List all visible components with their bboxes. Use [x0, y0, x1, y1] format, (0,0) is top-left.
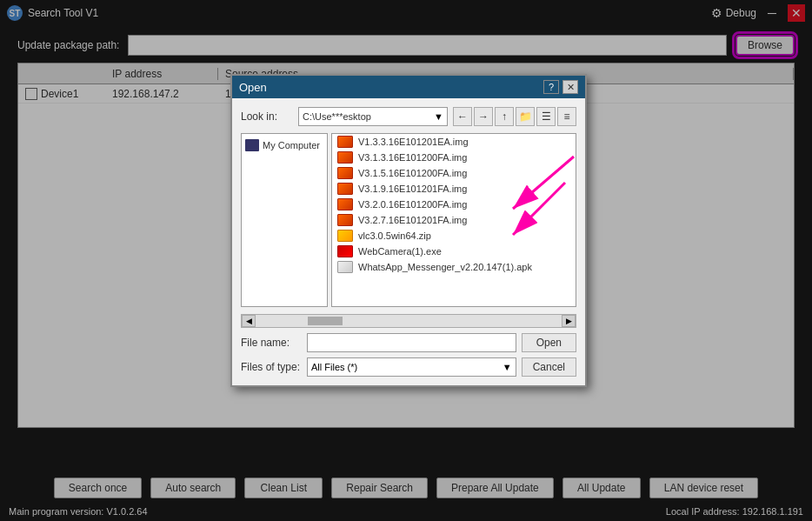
file-icon-img	[337, 167, 353, 179]
scroll-left-button[interactable]: ◀	[242, 315, 256, 327]
file-name: vlc3.0.5win64.zip	[358, 230, 431, 241]
dialog-title-controls: ? ✕	[543, 80, 578, 94]
file-icon-img	[337, 136, 353, 148]
look-in-row: Look in: C:\Use***esktop ▼ ← → ↑ 📁 ☰ ≡	[241, 107, 576, 126]
list-item[interactable]: V1.3.3.16E101201EA.img	[332, 134, 576, 150]
file-type-value: All Files (*)	[311, 362, 357, 372]
nav-forward-button[interactable]: →	[474, 107, 493, 126]
file-name-row: File name: Open	[241, 333, 576, 352]
file-name: WebCamera(1).exe	[358, 246, 442, 257]
file-name: V3.1.3.16E101200FA.img	[358, 152, 467, 163]
list-item[interactable]: vlc3.0.5win64.zip	[332, 228, 576, 244]
file-name-input[interactable]	[307, 333, 516, 352]
list-item[interactable]: V3.1.5.16E101200FA.img	[332, 165, 576, 181]
file-icon-img	[337, 183, 353, 195]
tree-item-label: My Computer	[263, 140, 320, 150]
file-name: V3.2.0.16E101200FA.img	[358, 199, 467, 210]
list-item[interactable]: V3.2.7.16E101201FA.img	[332, 212, 576, 228]
file-name: V3.1.5.16E101200FA.img	[358, 168, 467, 178]
file-list[interactable]: V1.3.3.16E101201EA.img V3.1.3.16E101200F…	[331, 133, 576, 307]
file-type-select[interactable]: All Files (*) ▼	[307, 357, 516, 377]
file-tree: My Computer	[241, 133, 328, 307]
scroll-thumb[interactable]	[308, 317, 343, 325]
file-browser: My Computer V1.3.3.16E101201EA.img V3.1.…	[241, 133, 576, 307]
list-item[interactable]: V3.2.0.16E101200FA.img	[332, 197, 576, 212]
nav-up-button[interactable]: ↑	[495, 107, 514, 126]
look-in-value: C:\Use***esktop	[303, 111, 371, 122]
dialog-title-bar: Open ? ✕	[232, 76, 585, 98]
open-dialog: Open ? ✕ Look in: C:\Use***esktop ▼ ← → …	[230, 74, 587, 387]
file-name: V3.1.9.16E101201FA.img	[358, 184, 467, 194]
file-type-chevron-icon: ▼	[503, 362, 512, 372]
list-item[interactable]: WhatsApp_Messenger_v2.20.147(1).apk	[332, 259, 576, 275]
file-name: WhatsApp_Messenger_v2.20.147(1).apk	[358, 262, 532, 272]
file-type-row: Files of type: All Files (*) ▼ Cancel	[241, 357, 576, 377]
file-icon-img	[337, 198, 353, 210]
exe-icon	[337, 245, 353, 257]
file-icon-img	[337, 214, 353, 226]
dialog-help-button[interactable]: ?	[543, 80, 559, 94]
file-icon-img	[337, 151, 353, 164]
nav-new-folder-button[interactable]: 📁	[516, 107, 535, 126]
scroll-right-button[interactable]: ▶	[562, 315, 576, 327]
list-item[interactable]: V3.1.9.16E101201FA.img	[332, 181, 576, 197]
nav-list-view-button[interactable]: ☰	[536, 107, 556, 126]
files-of-type-label: Files of type:	[241, 361, 302, 373]
list-item[interactable]: WebCamera(1).exe	[332, 244, 576, 259]
look-in-select[interactable]: C:\Use***esktop ▼	[298, 107, 448, 126]
file-name: V3.2.7.16E101201FA.img	[358, 215, 467, 225]
nav-buttons: ← → ↑ 📁 ☰ ≡	[453, 107, 576, 126]
list-item[interactable]: V3.1.3.16E101200FA.img	[332, 150, 576, 165]
file-name: V1.3.3.16E101201EA.img	[358, 137, 469, 147]
look-in-label: Look in:	[241, 110, 293, 123]
open-button[interactable]: Open	[522, 333, 576, 352]
zip-icon	[337, 230, 353, 242]
file-name-label: File name:	[241, 337, 302, 349]
dialog-body: Look in: C:\Use***esktop ▼ ← → ↑ 📁 ☰ ≡ M…	[232, 98, 585, 385]
cancel-button[interactable]: Cancel	[522, 357, 576, 377]
computer-icon	[245, 139, 259, 151]
nav-detail-view-button[interactable]: ≡	[557, 107, 576, 126]
dialog-close-button[interactable]: ✕	[562, 80, 578, 94]
dialog-title: Open	[239, 81, 267, 94]
apk-icon	[337, 261, 353, 273]
horizontal-scrollbar[interactable]: ◀ ▶	[241, 314, 576, 328]
chevron-down-icon: ▼	[434, 111, 443, 122]
tree-item-computer[interactable]: My Computer	[245, 137, 323, 153]
nav-back-button[interactable]: ←	[453, 107, 472, 126]
